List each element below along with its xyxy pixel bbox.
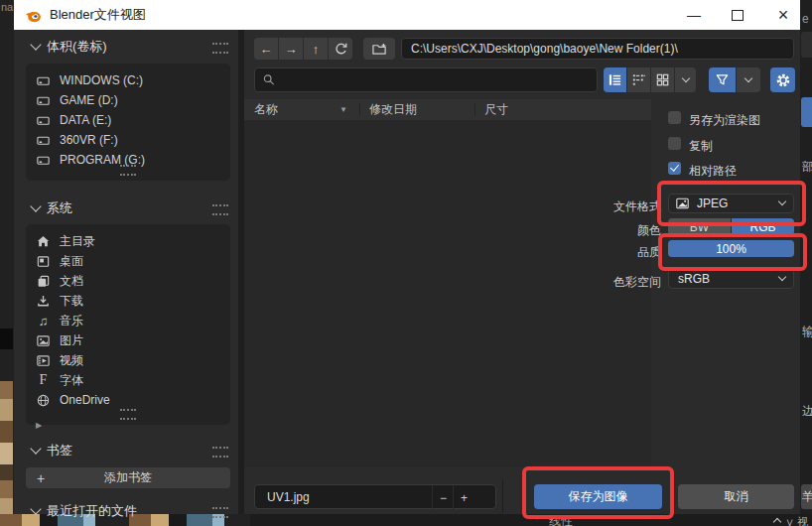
maximize-icon (732, 10, 744, 21)
system-item-onedrive[interactable]: OneDrive (26, 390, 230, 410)
section-header-recent[interactable]: 最近打开的文件 (32, 502, 137, 520)
filter-button[interactable] (709, 67, 736, 92)
system-item-downloads[interactable]: 下载 (26, 291, 230, 311)
panel-grip-handle[interactable] (212, 204, 228, 215)
download-icon (36, 294, 51, 309)
system-label: 音乐 (60, 313, 83, 329)
back-button[interactable]: ← (254, 38, 278, 60)
system-item-fonts[interactable]: F字体 (26, 370, 230, 390)
chevron-down-icon (30, 443, 41, 454)
system-item-documents[interactable]: 文档 (26, 271, 230, 291)
panel-grip-handle[interactable] (212, 43, 228, 54)
system-item-music[interactable]: ♫音乐 (26, 311, 230, 330)
globe-icon (36, 393, 51, 408)
settings-button[interactable] (770, 67, 795, 92)
volume-item[interactable]: GAME (D:) (26, 90, 230, 110)
sort-desc-icon[interactable]: ▼ (339, 105, 347, 114)
volume-item[interactable]: WINDOWS (C:) (26, 70, 230, 90)
color-space-dropdown[interactable]: sRGB (668, 269, 794, 289)
display-vertical-list-button[interactable] (604, 67, 626, 92)
system-label: 图片 (60, 332, 83, 349)
system-item-videos[interactable]: 视频 (26, 350, 230, 370)
detail-list-icon (631, 72, 646, 87)
screen: na e 部 输 边 羊 线性 ∨ 视 Blender文件视图 — × 体积(卷… (0, 0, 812, 526)
volumes-list: WINDOWS (C:) GAME (D:) DATA (E:) 360VR (… (26, 64, 230, 181)
display-mode-dropdown[interactable] (675, 67, 696, 92)
system-item-home[interactable]: 主目录 (26, 231, 230, 251)
chevron-down-icon (778, 273, 786, 281)
maximize-button[interactable] (721, 0, 754, 30)
background-fragment (801, 32, 812, 58)
relative-path-checkbox[interactable] (668, 162, 681, 175)
add-bookmark-button[interactable]: + 添加书签 (26, 467, 230, 488)
section-header-system[interactable]: 系统 (32, 199, 72, 217)
plus-icon: + (37, 470, 45, 486)
filename-field[interactable]: − + (254, 484, 496, 509)
column-name[interactable]: 名称 (254, 101, 278, 118)
section-title: 最近打开的文件 (47, 502, 137, 520)
display-mode-group (604, 67, 696, 92)
system-item-desktop[interactable]: 桌面 (26, 251, 230, 271)
new-folder-icon (371, 42, 388, 57)
panel-grip-handle[interactable] (212, 507, 228, 518)
documents-icon (36, 274, 51, 289)
close-button[interactable]: × (766, 0, 800, 30)
column-date[interactable]: 修改日期 (369, 101, 417, 118)
filename-input[interactable] (265, 489, 448, 505)
cancel-button[interactable]: 取消 (678, 484, 794, 509)
window-title: Blender文件视图 (50, 6, 146, 24)
volume-item[interactable]: DATA (E:) (26, 110, 230, 130)
system-list: 主目录 桌面 文档 下载 ♫音乐 图片 视频 F字体 OneDrive ▶ (26, 224, 230, 425)
system-item-pictures[interactable]: 图片 (26, 330, 230, 350)
background-partial-char: e (802, 12, 809, 26)
filter-group (709, 67, 760, 92)
background-fragment (0, 329, 13, 349)
grid-icon (655, 72, 670, 87)
path-field[interactable]: C:\Users\CXJ\Desktop\gong\baoye\New Fold… (401, 38, 794, 60)
section-title: 系统 (47, 199, 72, 217)
section-header-bookmarks[interactable]: 书签 (32, 442, 72, 460)
search-field[interactable] (254, 67, 598, 92)
column-divider[interactable] (359, 103, 360, 116)
refresh-button[interactable] (329, 38, 352, 60)
volume-label: GAME (D:) (60, 93, 118, 107)
volume-item[interactable]: 360VR (F:) (26, 130, 230, 150)
forward-button[interactable]: → (279, 38, 303, 60)
drive-icon (36, 153, 51, 168)
relative-path-label: 相对路径 (689, 163, 737, 180)
file-list-area[interactable] (244, 120, 651, 467)
display-detail-list-button[interactable] (627, 67, 650, 92)
save-as-render-checkbox[interactable] (668, 111, 681, 124)
column-divider[interactable] (474, 103, 475, 116)
annotation-box-save-button (522, 466, 674, 519)
section-title: 书签 (47, 442, 72, 460)
filename-increment-button[interactable]: + (453, 485, 474, 510)
panel-grip-handle[interactable] (120, 165, 136, 176)
section-header-volumes[interactable]: 体积(卷标) (32, 38, 107, 56)
expand-icon[interactable]: ▶ (36, 421, 42, 430)
drive-icon (36, 133, 51, 148)
background-partial-text: ∨ 视 (785, 515, 808, 526)
panel-grip-handle[interactable] (212, 447, 228, 458)
system-label: 字体 (60, 372, 83, 389)
color-label: 颜色 (556, 222, 661, 239)
drive-icon (36, 113, 51, 128)
annotation-box-quality (658, 233, 807, 271)
copy-label: 复制 (689, 138, 713, 155)
new-folder-button[interactable] (363, 38, 395, 60)
system-label: OneDrive (60, 393, 110, 407)
up-button[interactable]: ↑ (304, 38, 328, 60)
filename-decrement-button[interactable]: − (432, 485, 454, 510)
column-size[interactable]: 尺寸 (484, 101, 508, 118)
drive-icon (36, 93, 51, 108)
panel-grip-handle[interactable] (120, 409, 136, 420)
path-text: C:\Users\CXJ\Desktop\gong\baoye\New Fold… (411, 42, 678, 56)
system-label: 主目录 (60, 233, 95, 250)
minimize-button[interactable]: — (677, 0, 711, 30)
filter-dropdown[interactable] (737, 67, 760, 92)
display-thumbnail-button[interactable] (651, 67, 674, 92)
footer-divider (502, 479, 503, 513)
search-input[interactable] (282, 72, 597, 88)
background-partial-text: na (1, 1, 13, 13)
copy-checkbox[interactable] (668, 137, 681, 150)
